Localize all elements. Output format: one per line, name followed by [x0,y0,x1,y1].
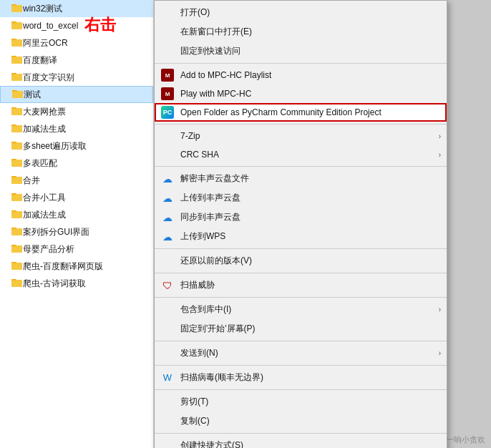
menu-item-open[interactable]: 打开(O) [155,3,447,22]
explorer-item-label: 加减法生成 [23,123,66,135]
folder-icon [11,37,23,49]
svg-rect-29 [11,160,22,167]
menu-item-copy[interactable]: 复制(C) [155,412,447,431]
cloud-icon: ☁ [160,191,175,205]
svg-rect-44 [11,245,22,253]
menu-item-scan-virus[interactable]: W扫描病毒(顺丰无边界) [155,368,447,387]
menu-separator [155,248,447,249]
svg-rect-32 [11,177,22,184]
submenu-arrow: › [439,132,441,140]
menu-item-label: 扫描威胁 [180,279,215,291]
svg-rect-35 [11,194,22,201]
svg-rect-14 [11,74,22,81]
right-click-label: 右击 [84,14,116,36]
explorer-item-2[interactable]: 阿里云OCR [0,34,153,52]
explorer-item-label: 大麦网抢票 [23,106,66,118]
menu-item-label: Play with MPC-HC [180,89,251,99]
mpc-icon: M [160,87,175,101]
folder-icon [11,175,23,187]
menu-item-open-new-window[interactable]: 在新窗口中打开(E) [155,22,447,42]
explorer-item-label: 合并小工具 [23,192,66,204]
menu-item-open-pycharm[interactable]: PCOpen Folder as PyCharm Community Editi… [155,103,447,122]
menu-item-revert[interactable]: 还原以前的版本(V) [155,251,447,271]
explorer-item-10[interactable]: 合并 [0,172,153,189]
menu-item-label: 复制(C) [180,415,210,427]
menu-item-pin-quick-access[interactable]: 固定到快速访问 [155,42,447,61]
menu-separator [155,389,447,390]
menu-item-pin-start[interactable]: 固定到'开始'屏幕(P) [155,319,447,339]
explorer-item-0[interactable]: win32测试 [0,0,153,17]
cloud-icon: ☁ [160,210,175,225]
svg-rect-41 [11,228,22,235]
menu-item-label: Add to MPC-HC Playlist [180,70,271,80]
explorer-item-3[interactable]: 百度翻译 [0,52,153,69]
folder-icon [11,260,23,273]
folder-icon [11,192,23,204]
menu-item-sync-fengsheng[interactable]: ☁同步到丰声云盘 [155,208,447,227]
menu-item-send-to[interactable]: 发送到(N)› [155,344,447,363]
menu-item-play-mpc[interactable]: MPlay with MPC-HC [155,84,447,103]
menu-item-label: 7-Zip [180,131,200,141]
explorer-item-5[interactable]: 测试 [0,86,153,103]
menu-item-upload-fengsheng[interactable]: ☁上传到丰声云盘 [155,188,447,208]
pycharm-icon: PC [160,105,175,120]
cloud2-icon: ☁ [160,230,175,244]
folder-icon [11,54,23,67]
explorer-item-14[interactable]: 母婴产品分析 [0,240,153,258]
submenu-arrow: › [439,151,441,159]
cloud-icon: ☁ [160,172,175,186]
menu-item-label: Open Folder as PyCharm Community Edition… [180,107,381,117]
explorer-item-7[interactable]: 加减法生成 [0,120,153,137]
explorer-item-label: 加减法生成 [23,209,66,221]
shield-icon: 🛡 [160,278,175,293]
explorer-item-label: 案列拆分GUI界面 [23,226,89,238]
explorer-item-label: 测试 [24,89,41,101]
menu-item-create-shortcut[interactable]: 创建快捷方式(S) [155,436,447,448]
menu-item-label: 上传到丰声云盘 [180,192,240,204]
svg-rect-50 [11,280,22,287]
folder-icon [11,123,23,135]
explorer-item-15[interactable]: 爬虫-百度翻译网页版 [0,258,153,275]
menu-separator [155,297,447,298]
menu-item-add-mpc-playlist[interactable]: MAdd to MPC-HC Playlist [155,66,447,84]
explorer-item-label: 阿里云OCR [23,37,68,49]
explorer-item-label: word_to_excel [23,21,78,31]
menu-item-decrypt-fengsheng[interactable]: ☁解密丰声云盘文件 [155,169,447,188]
explorer-item-label: 母婴产品分析 [23,243,74,255]
menu-item-label: 扫描病毒(顺丰无边界) [180,371,263,384]
explorer-item-11[interactable]: 合并小工具 [0,189,153,206]
menu-item-label: 在新窗口中打开(E) [180,26,252,38]
folder-icon [11,106,23,118]
folder-icon [11,226,23,238]
explorer-item-12[interactable]: 加减法生成 [0,206,153,223]
folder-icon [11,20,23,32]
mpc-icon: M [160,68,175,82]
explorer-item-4[interactable]: 百度文字识别 [0,69,153,86]
menu-item-label: 发送到(N) [180,347,218,359]
explorer-item-6[interactable]: 大麦网抢票 [0,103,153,120]
menu-separator [155,273,447,273]
svg-rect-38 [11,211,22,218]
explorer-item-label: 爬虫-百度翻译网页版 [23,260,103,273]
explorer-item-1[interactable]: word_to_excel [0,17,153,34]
menu-item-scan-threat[interactable]: 🛡扫描威胁 [155,276,447,295]
explorer-item-16[interactable]: 爬虫-古诗词获取 [0,275,153,292]
explorer-item-13[interactable]: 案列拆分GUI界面 [0,223,153,240]
menu-item-include-library[interactable]: 包含到库中(I)› [155,300,447,319]
menu-item-cut[interactable]: 剪切(T) [155,392,447,412]
menu-item-label: 创建快捷方式(S) [180,439,243,448]
menu-item-upload-wps[interactable]: ☁上传到WPS [155,227,447,246]
menu-item-crc-sha[interactable]: CRC SHA› [155,145,447,164]
folder-icon [11,243,23,255]
submenu-arrow: › [439,306,441,313]
menu-item-7zip[interactable]: 7-Zip› [155,127,447,145]
explorer-item-8[interactable]: 多sheet遍历读取 [0,137,153,155]
folder-icon [11,3,23,15]
svg-rect-8 [11,39,22,47]
folder-icon [11,140,23,152]
menu-item-label: 同步到丰声云盘 [180,211,240,223]
explorer-item-9[interactable]: 多表匹配 [0,155,153,172]
submenu-arrow: › [439,349,441,357]
menu-separator [155,365,447,366]
menu-separator [155,341,447,341]
